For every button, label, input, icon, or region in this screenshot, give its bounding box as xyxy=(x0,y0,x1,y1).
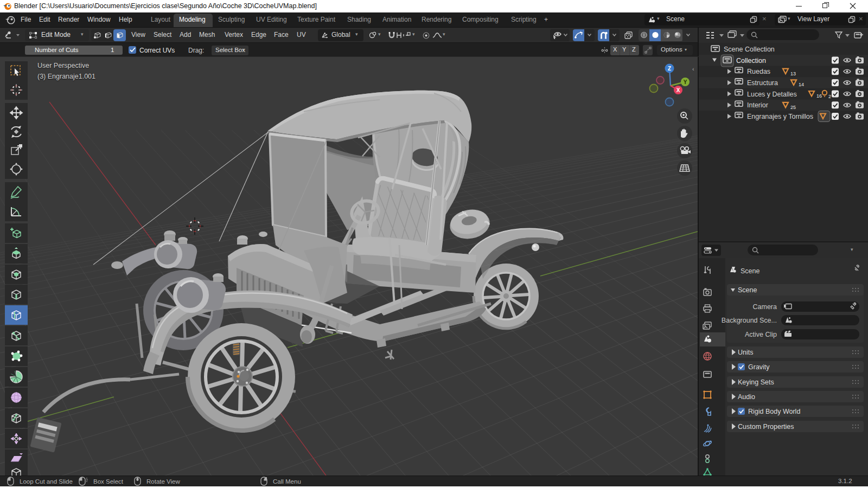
svg-text:Rotate View: Rotate View xyxy=(146,478,180,485)
svg-text:16: 16 xyxy=(816,93,822,99)
svg-text:Ruedas: Ruedas xyxy=(747,68,770,75)
svg-text:Y: Y xyxy=(684,79,687,85)
svg-text:Luces y Detalles: Luces y Detalles xyxy=(747,91,797,98)
svg-text:Box Select: Box Select xyxy=(93,478,124,485)
svg-text:Z: Z xyxy=(668,66,671,72)
svg-text:Estructura: Estructura xyxy=(747,79,778,87)
svg-text:2: 2 xyxy=(828,94,831,99)
svg-text:Engranajes y Tornillos: Engranajes y Tornillos xyxy=(747,113,813,120)
svg-text:X: X xyxy=(676,87,680,93)
svg-text:13: 13 xyxy=(790,71,796,76)
svg-text:Interior: Interior xyxy=(747,101,768,109)
svg-text:Call Menu: Call Menu xyxy=(273,478,301,485)
svg-text:25: 25 xyxy=(790,105,796,110)
svg-text:14: 14 xyxy=(799,82,804,87)
svg-text:Loop Cut and Slide: Loop Cut and Slide xyxy=(20,478,73,485)
svg-text:Scene Collection: Scene Collection xyxy=(724,46,775,53)
svg-text:Collection: Collection xyxy=(736,57,766,65)
